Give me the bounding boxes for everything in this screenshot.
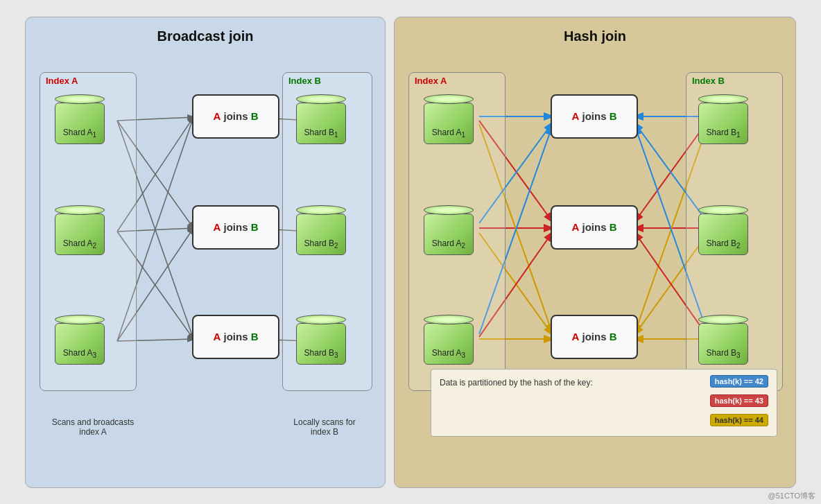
- shard-a2-right: Shard A2: [424, 205, 474, 255]
- index-b-label-right: Index B: [692, 76, 725, 86]
- watermark: @51CTO博客: [768, 491, 815, 501]
- broadcast-join-panel: Broadcast join: [25, 17, 386, 488]
- join-box-3-left: A joins B: [192, 315, 279, 359]
- shard-a1-right: Shard A1: [424, 94, 474, 144]
- footer-locally: Locally scans forindex B: [279, 417, 370, 437]
- broadcast-join-title: Broadcast join: [34, 28, 377, 44]
- shard-a3-right: Shard A3: [424, 315, 474, 365]
- hash-diagram-area: Index A Index B Shard A1 Shard A2: [403, 51, 787, 440]
- broadcast-diagram-area: Index A Index B Shard A1 Shard A2: [34, 51, 377, 440]
- shard-a2-left: Shard A2: [55, 205, 105, 255]
- shard-b3-left: Shard B3: [296, 315, 346, 365]
- hash-badge-43: hash(k) == 43: [710, 394, 768, 407]
- join-box-1-right: A joins B: [551, 94, 638, 139]
- hash-badge-42: hash(k) == 42: [710, 375, 768, 388]
- shard-b1-right: Shard B1: [698, 94, 748, 144]
- index-b-label-left: Index B: [288, 76, 321, 86]
- main-container: Broadcast join: [0, 0, 821, 504]
- index-a-label-right: Index A: [415, 76, 447, 86]
- hash-join-panel: Hash join: [394, 17, 796, 488]
- join-box-2-left: A joins B: [192, 205, 279, 250]
- shard-a3-left: Shard A3: [55, 315, 105, 365]
- shard-b2-right: Shard B2: [698, 205, 748, 255]
- shard-b1-left: Shard B1: [296, 94, 346, 144]
- index-a-label-left: Index A: [46, 76, 78, 86]
- join-box-2-right: A joins B: [551, 205, 638, 250]
- shard-b3-right: Shard B3: [698, 315, 748, 365]
- partition-text: Data is partitioned by the hash of the k…: [440, 375, 702, 388]
- shard-a1-left: Shard A1: [55, 94, 105, 144]
- shard-b2-left: Shard B2: [296, 205, 346, 255]
- hash-key-table: Data is partitioned by the hash of the k…: [431, 369, 777, 437]
- hash-badge-44: hash(k) == 44: [710, 414, 768, 426]
- hash-join-title: Hash join: [403, 28, 787, 44]
- footer-broadcasts: Scans and broadcastsindex A: [41, 417, 145, 437]
- join-box-1-left: A joins B: [192, 94, 279, 139]
- join-box-3-right: A joins B: [551, 315, 638, 359]
